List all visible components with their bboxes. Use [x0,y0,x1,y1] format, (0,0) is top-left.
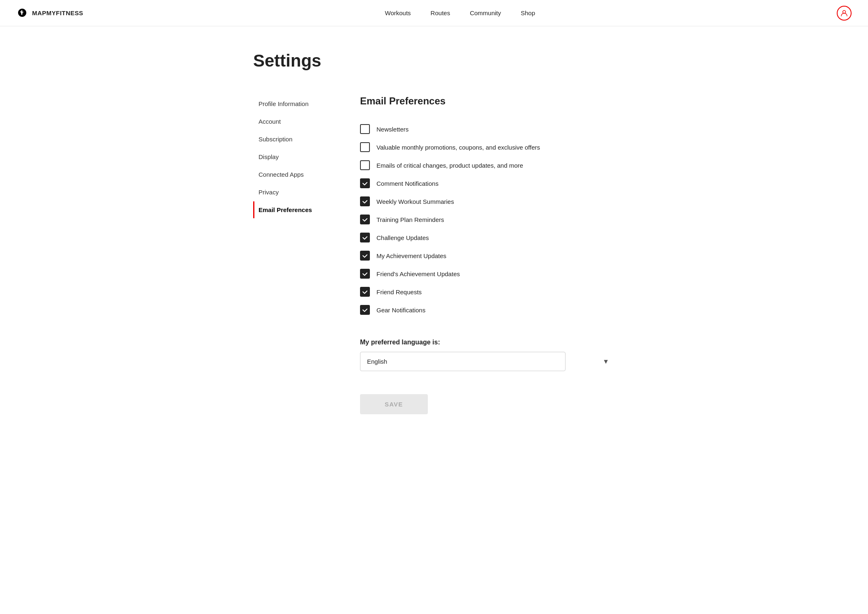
checkbox-challenge-updates-input[interactable] [360,233,370,242]
checkbox-friends-achievement-updates: Friend's Achievement Updates [360,265,615,283]
nav-workouts[interactable]: Workouts [385,9,411,16]
user-icon [840,9,848,17]
checkbox-critical-changes-label: Emails of critical changes, product upda… [376,162,523,169]
checkbox-friends-achievement-updates-input[interactable] [360,269,370,279]
top-nav: MAPMYFITNESS Workouts Routes Community S… [0,0,868,26]
checkbox-comment-notifications-input[interactable] [360,178,370,188]
check-icon [362,253,368,259]
sidebar-item-display[interactable]: Display [253,148,327,165]
checkbox-promotions: Valuable monthly promotions, coupons, an… [360,138,615,156]
checkbox-weekly-workout-summaries-input[interactable] [360,196,370,206]
checkbox-training-plan-reminders-input[interactable] [360,215,370,224]
checkbox-my-achievement-updates: My Achievement Updates [360,247,615,265]
check-icon [362,217,368,222]
chevron-down-icon: ▼ [603,358,609,365]
checkbox-challenge-updates-label: Challenge Updates [376,234,429,241]
section-title: Email Preferences [360,95,615,107]
checkbox-training-plan-reminders: Training Plan Reminders [360,210,615,229]
checkbox-critical-changes-input[interactable] [360,160,370,170]
sidebar: Profile Information Account Subscription… [253,95,327,414]
checkbox-weekly-workout-summaries: Weekly Workout Summaries [360,192,615,210]
language-select[interactable]: English Spanish French German Portuguese… [360,352,566,371]
nav-routes[interactable]: Routes [431,9,450,16]
logo[interactable]: MAPMYFITNESS [16,7,83,19]
checkbox-weekly-workout-summaries-label: Weekly Workout Summaries [376,198,454,205]
check-icon [362,271,368,277]
logo-icon [16,7,28,19]
checkbox-comment-notifications-label: Comment Notifications [376,180,439,187]
sidebar-item-privacy[interactable]: Privacy [253,184,327,201]
nav-community[interactable]: Community [470,9,501,16]
checkbox-my-achievement-updates-input[interactable] [360,251,370,261]
checkbox-my-achievement-updates-label: My Achievement Updates [376,252,446,259]
nav-shop[interactable]: Shop [521,9,535,16]
checkbox-comment-notifications: Comment Notifications [360,174,615,192]
checkbox-promotions-input[interactable] [360,142,370,152]
checkbox-friend-requests: Friend Requests [360,283,615,301]
checkbox-newsletters-label: Newsletters [376,126,409,133]
sidebar-item-connected-apps[interactable]: Connected Apps [253,166,327,183]
checkbox-newsletters-input[interactable] [360,124,370,134]
page-title: Settings [253,51,615,71]
checkbox-gear-notifications-input[interactable] [360,305,370,315]
language-select-wrapper: English Spanish French German Portuguese… [360,352,615,371]
language-section: My preferred language is: English Spanis… [360,339,615,371]
check-icon [362,235,368,240]
checkbox-friend-requests-input[interactable] [360,287,370,297]
content-area: Profile Information Account Subscription… [253,95,615,414]
checkbox-friends-achievement-updates-label: Friend's Achievement Updates [376,270,460,277]
check-icon [362,307,368,313]
checkbox-newsletters: Newsletters [360,120,615,138]
checkbox-critical-changes: Emails of critical changes, product upda… [360,156,615,174]
page-container: Settings Profile Information Account Sub… [237,26,631,439]
sidebar-item-profile-information[interactable]: Profile Information [253,95,327,112]
language-label: My preferred language is: [360,339,615,346]
save-button[interactable]: SAVE [360,394,428,414]
check-icon [362,289,368,295]
logo-text: MAPMYFITNESS [32,9,83,16]
sidebar-item-subscription[interactable]: Subscription [253,131,327,148]
save-section: SAVE [360,394,615,414]
sidebar-item-email-preferences[interactable]: Email Preferences [253,201,327,218]
main-content: Email Preferences Newsletters Valuable m… [360,95,615,414]
sidebar-item-account[interactable]: Account [253,113,327,130]
checkbox-gear-notifications: Gear Notifications [360,301,615,319]
checkboxes-list: Newsletters Valuable monthly promotions,… [360,120,615,319]
checkbox-gear-notifications-label: Gear Notifications [376,307,425,314]
checkbox-training-plan-reminders-label: Training Plan Reminders [376,216,444,223]
user-avatar-button[interactable] [837,6,852,21]
nav-links: Workouts Routes Community Shop [385,9,536,16]
checkbox-promotions-label: Valuable monthly promotions, coupons, an… [376,144,540,151]
check-icon [362,180,368,186]
check-icon [362,199,368,204]
checkbox-friend-requests-label: Friend Requests [376,289,422,295]
checkbox-challenge-updates: Challenge Updates [360,229,615,247]
